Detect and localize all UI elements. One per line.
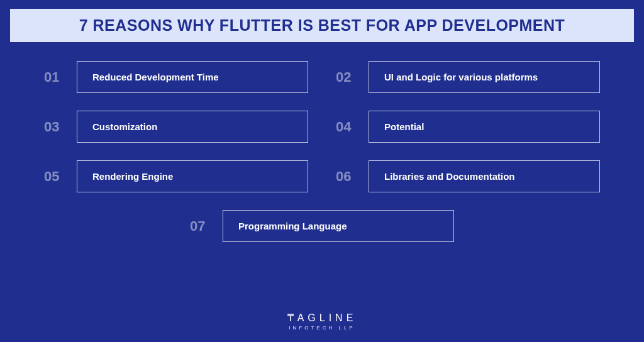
- reason-box: Potential: [369, 111, 600, 143]
- reason-number: 01: [44, 69, 65, 86]
- logo-subtitle: INFOTECH LLP: [287, 325, 357, 331]
- reason-item-4: 04 Potential: [336, 111, 600, 143]
- row-4: 07 Programming Language: [44, 210, 600, 242]
- reason-box: Rendering Engine: [77, 160, 308, 192]
- reason-item-7: 07 Programming Language: [190, 210, 454, 242]
- reason-number: 06: [336, 168, 357, 185]
- reason-number: 05: [44, 168, 65, 185]
- row-1: 01 Reduced Development Time 02 UI and Lo…: [44, 61, 600, 93]
- reason-item-2: 02 UI and Logic for various platforms: [336, 61, 600, 93]
- logo: ₸AGLINE INFOTECH LLP: [287, 312, 357, 331]
- reason-item-5: 05 Rendering Engine: [44, 160, 308, 192]
- logo-brand: ₸AGLINE: [287, 312, 357, 324]
- reasons-grid: 01 Reduced Development Time 02 UI and Lo…: [0, 42, 644, 242]
- title-bar: 7 REASONS WHY FLUTTER IS BEST FOR APP DE…: [10, 9, 634, 42]
- reason-box: UI and Logic for various platforms: [369, 61, 600, 93]
- reason-number: 07: [190, 218, 211, 234]
- row-2: 03 Customization 04 Potential: [44, 111, 600, 143]
- reason-item-6: 06 Libraries and Documentation: [336, 160, 600, 192]
- page-title: 7 REASONS WHY FLUTTER IS BEST FOR APP DE…: [23, 16, 621, 35]
- reason-number: 02: [336, 69, 357, 86]
- row-3: 05 Rendering Engine 06 Libraries and Doc…: [44, 160, 600, 192]
- reason-item-3: 03 Customization: [44, 111, 308, 143]
- reason-box: Programming Language: [223, 210, 454, 242]
- reason-box: Reduced Development Time: [77, 61, 308, 93]
- reason-box: Customization: [77, 111, 308, 143]
- reason-item-1: 01 Reduced Development Time: [44, 61, 308, 93]
- reason-number: 04: [336, 119, 357, 135]
- reason-box: Libraries and Documentation: [369, 160, 600, 192]
- reason-number: 03: [44, 119, 65, 135]
